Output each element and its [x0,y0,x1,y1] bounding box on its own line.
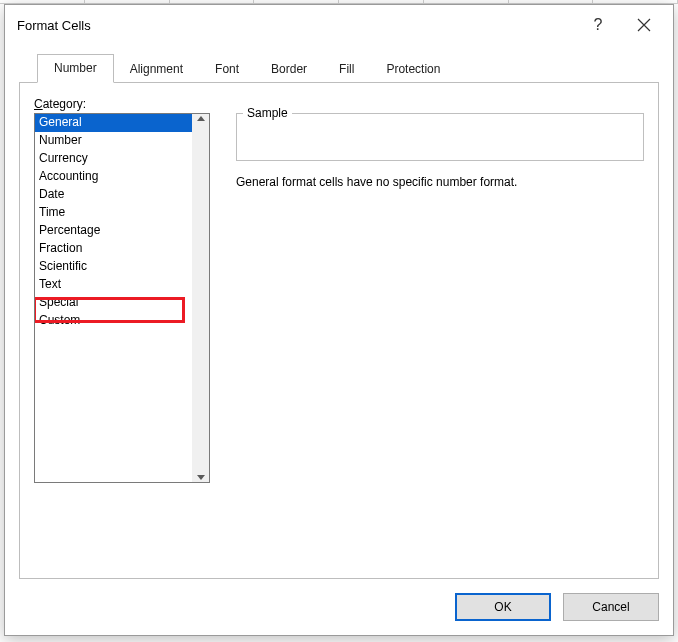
tab-border[interactable]: Border [255,56,323,83]
dialog-button-row: OK Cancel [19,579,659,621]
help-icon: ? [594,16,603,34]
dialog-title: Format Cells [17,18,575,33]
format-cells-dialog: Format Cells ? Number Alignment Font Bor… [4,4,674,636]
list-item[interactable]: Time [35,204,192,222]
list-item[interactable]: Text [35,276,192,294]
list-item[interactable]: General [35,114,192,132]
sample-label: Sample [243,106,292,120]
sample-box: Sample [236,113,644,161]
list-item[interactable]: Currency [35,150,192,168]
category-label: Category: [34,97,644,111]
tabstrip: Number Alignment Font Border Fill Protec… [19,53,659,83]
titlebar: Format Cells ? [5,5,673,45]
list-item[interactable]: Scientific [35,258,192,276]
cancel-button[interactable]: Cancel [563,593,659,621]
list-item[interactable]: Percentage [35,222,192,240]
scroll-down-icon [197,475,205,480]
list-item[interactable]: Special [35,294,192,312]
ok-button[interactable]: OK [455,593,551,621]
tab-protection[interactable]: Protection [370,56,456,83]
tab-alignment[interactable]: Alignment [114,56,199,83]
close-icon [637,18,651,32]
tab-fill[interactable]: Fill [323,56,370,83]
scroll-up-icon [197,116,205,121]
help-button[interactable]: ? [575,9,621,41]
list-item[interactable]: Custom [35,312,192,330]
listbox-scrollbar[interactable] [192,114,209,482]
list-item[interactable]: Fraction [35,240,192,258]
tab-number[interactable]: Number [37,54,114,83]
number-panel: Category: General Number Currency Accoun… [19,83,659,579]
category-listbox[interactable]: General Number Currency Accounting Date … [34,113,210,483]
tab-font[interactable]: Font [199,56,255,83]
format-description: General format cells have no specific nu… [236,175,644,189]
list-item[interactable]: Number [35,132,192,150]
list-item[interactable]: Accounting [35,168,192,186]
list-item[interactable]: Date [35,186,192,204]
close-button[interactable] [621,9,667,41]
